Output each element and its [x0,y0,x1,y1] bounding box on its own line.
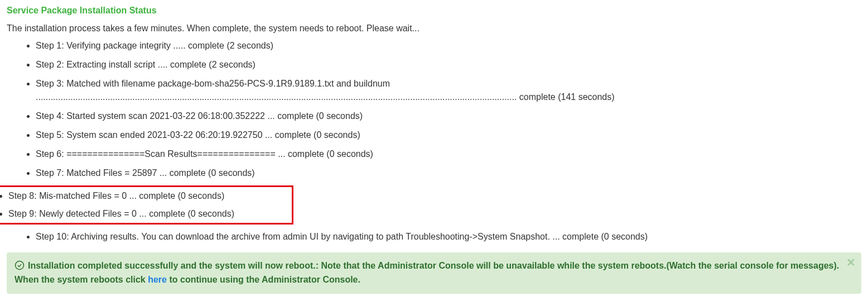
check-circle-icon [15,259,25,273]
step-item: Step 1: Verifying package integrity ....… [36,39,861,52]
step-item: Step 7: Matched Files = 25897 ... comple… [36,166,861,180]
alert-line2-pre: When the system reboots click [15,275,148,284]
alert-title: Installation completed successfully and … [28,261,319,270]
step-item: Step 3: Matched with filename package-bo… [36,77,861,104]
svg-point-0 [16,261,24,270]
step-item: Step 6: ===============Scan Results=====… [36,147,861,161]
step-item: Step 5: System scan ended 2021-03-22 06:… [36,128,861,142]
step-item: Step 10: Archiving results. You can down… [36,230,861,244]
intro-text: The installation process takes a few min… [7,23,861,34]
alert-note: Note that the Administrator Console will… [319,261,839,270]
alert-line2-post: to continue using the Administrator Cons… [167,275,360,284]
here-link[interactable]: here [148,275,167,284]
page-title: Service Package Installation Status [7,6,861,16]
success-alert: ✕ Installation completed successfully an… [7,252,861,294]
step-item: Step 4: Started system scan 2021-03-22 0… [36,109,861,123]
step-item: Step 2: Extracting install script .... c… [36,58,861,71]
step-item: Step 8: Mis-matched Files = 0 ... comple… [8,189,287,203]
steps-list: Step 1: Verifying package integrity ....… [7,39,861,244]
close-icon[interactable]: ✕ [846,257,856,268]
highlight-box: Step 8: Mis-matched Files = 0 ... comple… [0,185,293,225]
step-item: Step 9: Newly detected Files = 0 ... com… [8,207,287,221]
